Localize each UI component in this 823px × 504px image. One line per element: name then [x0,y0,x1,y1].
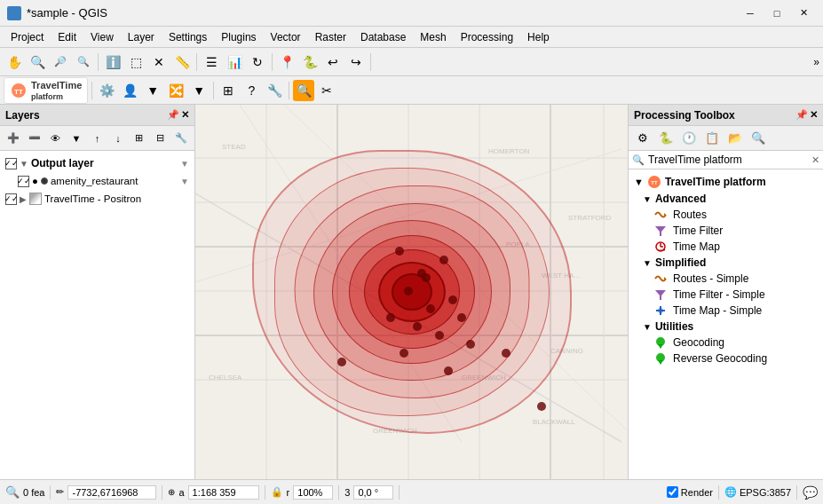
svg-point-57 [658,308,663,313]
toolbox-timefilter-simple[interactable]: Time Filter - Simple [629,287,823,303]
close-button[interactable]: ✕ [791,4,816,22]
layer-group-output[interactable]: ✓ ▼ Output layer ▼ [0,154,194,172]
menu-raster[interactable]: Raster [308,29,353,45]
grid-btn[interactable]: ⊞ [218,80,239,101]
add-layer-btn[interactable]: ➕ [4,128,24,149]
layer-up-btn[interactable]: ↑ [87,128,107,149]
measure[interactable]: 📏 [171,51,193,73]
crs-area[interactable]: 🌐 EPSG:3857 [724,486,791,498]
menu-view[interactable]: View [83,29,121,45]
toolbox-recent[interactable]: ⚙ [632,128,653,149]
map-canvas[interactable]: STEAD HOMERTON STRATFORD WEST HA... CANN… [195,105,628,479]
toolbox-routes-simple[interactable]: Routes - Simple [629,271,823,287]
help-btn[interactable]: ? [241,80,262,101]
layer-filter-content-btn[interactable]: 🔧 [171,128,192,149]
menu-project[interactable]: Project [4,29,51,45]
menu-help[interactable]: Help [520,29,557,45]
toolbox-pin-btn[interactable]: 📌 [795,109,808,121]
pan-tool[interactable]: ✋ [4,51,25,73]
timefilter-icon [653,224,668,237]
toolbox-search-clear[interactable]: ✕ [811,154,819,166]
layer-amenity[interactable]: ✓ ● amenity_restaurant ▼ [0,172,194,190]
refresh[interactable]: ↻ [247,51,268,73]
toolbox-group-advanced[interactable]: ▼ Advanced [629,191,823,207]
toolbox-timefilter[interactable]: Time Filter [629,223,823,239]
layer-traveltime[interactable]: ✓ ▶ TravelTime - Positron [0,190,194,208]
plugin-btn-3[interactable]: 🔀 [165,80,186,101]
minimize-button[interactable]: ─ [738,4,763,22]
maximize-button[interactable]: □ [764,4,789,22]
scale-label: a [178,487,184,498]
toolbox-group-simplified[interactable]: ▼ Simplified [629,255,823,271]
plugin-btn-1[interactable]: ⚙️ [96,80,117,101]
timefilter-simple-icon [653,288,668,301]
zoom-out[interactable]: 🔍 [73,51,94,73]
zoom-all[interactable]: 🔍 [27,51,48,73]
menu-processing[interactable]: Processing [454,29,520,45]
toolbox-geocoding[interactable]: Geocoding [629,335,823,350]
remove-layer-btn[interactable]: ➖ [25,128,45,149]
deselect[interactable]: ✕ [148,51,170,73]
redo[interactable]: ↪ [345,51,367,73]
layer-collapse-btn[interactable]: ⊟ [150,128,170,149]
layers-toolbar: ➕ ➖ 👁 ▼ ↑ ↓ ⊞ ⊟ 🔧 [0,126,194,151]
zoom-input[interactable] [293,485,333,500]
toolbox-routes[interactable]: Routes [629,207,823,223]
layer-tt-checkbox[interactable]: ✓ [5,193,17,205]
svg-point-45 [537,402,546,411]
menu-plugins[interactable]: Plugins [214,29,263,45]
toolbox-search-btn[interactable]: 🔍 [748,128,769,149]
toolbox-reverse-geocoding[interactable]: Reverse Geocoding [629,350,823,366]
menu-edit[interactable]: Edit [51,29,83,45]
status-type-icon[interactable]: 🔍 [5,485,20,499]
toolbox-models[interactable]: 📂 [724,128,746,149]
messages-icon[interactable]: 💬 [803,485,818,500]
expand-icon-2[interactable]: ▶ [20,194,27,204]
scale-input[interactable] [188,485,259,500]
select-features[interactable]: ⬚ [125,51,146,73]
filter-btn[interactable]: ▼ [142,80,163,101]
menu-vector[interactable]: Vector [264,29,308,45]
zoom-in[interactable]: 🔎 [50,51,71,73]
toolbox-group-utilities[interactable]: ▼ Utilities [629,319,823,335]
layer-group-checkbox[interactable]: ✓ [5,158,17,169]
layer-visibility-btn[interactable]: 👁 [45,128,66,149]
undo[interactable]: ↩ [322,51,344,73]
lock-icon[interactable]: 🔒 [271,486,283,498]
layer-down-btn[interactable]: ↓ [108,128,129,149]
identify[interactable]: ℹ️ [102,51,123,73]
layers-close-btn[interactable]: ✕ [181,109,189,121]
render-checkbox[interactable] [667,486,678,498]
coordinates-input[interactable] [67,485,156,500]
toolbar-expand[interactable]: » [813,56,819,68]
menu-database[interactable]: Database [353,29,413,45]
layer-expand-btn[interactable]: ⊞ [129,128,149,149]
layer-filter-btn[interactable]: ▼ [67,128,87,149]
toolbox-root[interactable]: ▼ TT TravelTime platform [629,173,823,191]
plugin-btn-4[interactable]: ▼ [188,80,210,101]
menu-layer[interactable]: Layer [121,29,162,45]
menu-settings[interactable]: Settings [162,29,214,45]
python-console[interactable]: 🐍 [299,51,320,73]
toolbox-timemap[interactable]: Time Map [629,239,823,255]
toolbox-results[interactable]: 📋 [701,128,723,149]
toolbox-history[interactable]: 🕐 [678,128,700,149]
plugin-btn-6[interactable]: ✂ [316,80,337,101]
window-title: *sample - QGIS [27,6,107,20]
toolbox-close-btn[interactable]: ✕ [810,109,818,121]
layer-amenity-checkbox[interactable]: ✓ [18,176,29,187]
toolbox-python[interactable]: 🐍 [655,128,677,149]
toolbox-timemap-simple[interactable]: Time Map - Simple [629,303,823,319]
layers-pin-btn[interactable]: 📌 [167,109,179,121]
rotation-input[interactable] [353,485,393,500]
statistics[interactable]: 📊 [224,51,245,73]
locate[interactable]: 📍 [276,51,297,73]
toolbox-search-input[interactable] [648,154,808,166]
expand-icon[interactable]: ▼ [20,159,28,169]
plugin-btn-2[interactable]: 👤 [119,80,140,101]
search-btn[interactable]: 🔍 [293,80,314,101]
menu-mesh[interactable]: Mesh [413,29,453,45]
attribute-table[interactable]: ☰ [201,51,222,73]
toolbox-search-bar[interactable]: 🔍 ✕ [629,151,823,169]
plugin-btn-5[interactable]: 🔧 [264,80,285,101]
